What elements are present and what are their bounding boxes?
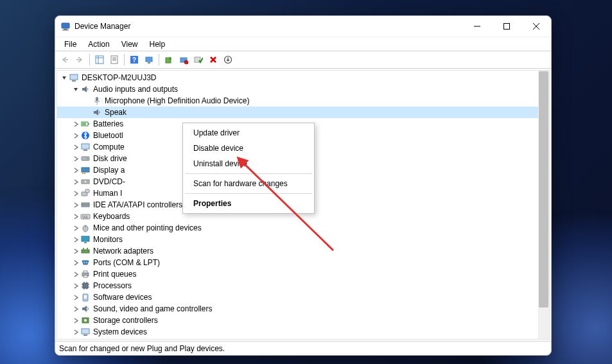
- uninstall-device-toolbar-button[interactable]: [206, 53, 220, 67]
- tree-node-monitors[interactable]: Monitors: [57, 234, 549, 245]
- chevron-right-icon[interactable]: [71, 214, 80, 220]
- svg-rect-37: [82, 157, 89, 160]
- software-icon: [80, 292, 91, 302]
- statusbar-text: Scan for changed or new Plug and Play de…: [59, 344, 225, 353]
- menu-help[interactable]: Help: [144, 39, 171, 50]
- context-menu: Update driver Disable device Uninstall d…: [182, 123, 315, 214]
- svg-point-60: [83, 262, 85, 263]
- tree-node-processors[interactable]: Processors: [57, 280, 549, 291]
- scan-hardware-toolbar-button[interactable]: [142, 53, 156, 67]
- tree-label: Network adapters: [93, 247, 153, 256]
- tree-label: Monitors: [93, 235, 123, 244]
- svg-rect-49: [82, 216, 83, 217]
- svg-rect-0: [62, 23, 69, 28]
- svg-rect-2: [62, 30, 69, 31]
- tree-node-storage[interactable]: Storage controllers: [57, 315, 549, 326]
- forward-button[interactable]: [73, 53, 87, 67]
- printer-icon: [80, 269, 91, 279]
- tree-label: Human I: [93, 189, 122, 198]
- chevron-right-icon[interactable]: [71, 225, 80, 231]
- tree-node-mice[interactable]: Mice and other pointing devices: [57, 222, 549, 234]
- update-driver-toolbar-button[interactable]: [162, 53, 176, 67]
- chevron-right-icon[interactable]: [71, 318, 80, 324]
- context-menu-disable-device[interactable]: Disable device: [184, 141, 313, 156]
- svg-text:?: ?: [132, 56, 136, 64]
- svg-rect-63: [83, 271, 87, 273]
- tree-label: Disk drive: [93, 154, 127, 163]
- svg-rect-65: [83, 283, 88, 288]
- menu-view[interactable]: View: [116, 39, 143, 50]
- tree-node-system[interactable]: System devices: [57, 326, 549, 338]
- install-legacy-toolbar-button[interactable]: [221, 53, 235, 67]
- menu-action[interactable]: Action: [83, 39, 114, 50]
- chevron-down-icon[interactable]: [71, 87, 80, 92]
- chevron-down-icon[interactable]: [60, 75, 69, 81]
- svg-rect-29: [96, 97, 98, 101]
- context-menu-scan-hardware[interactable]: Scan for hardware changes: [184, 176, 313, 191]
- tree-root[interactable]: DESKTOP-M2UUJ3D: [57, 72, 549, 83]
- chevron-right-icon[interactable]: [71, 260, 80, 266]
- maximize-button[interactable]: [492, 16, 521, 37]
- tree-node-sound[interactable]: Sound, video and game controllers: [57, 303, 549, 315]
- ide-icon: [80, 200, 91, 210]
- chevron-right-icon[interactable]: [71, 202, 80, 208]
- properties-toolbar-button[interactable]: [107, 53, 121, 67]
- enable-device-toolbar-button[interactable]: [191, 53, 205, 67]
- tree-node-network[interactable]: Network adapters: [57, 245, 549, 257]
- tree-label: Processors: [93, 281, 132, 290]
- battery-icon: [80, 119, 91, 129]
- menubar: File Action View Help: [55, 37, 551, 51]
- cpu-icon: [80, 281, 91, 291]
- bluetooth-icon: [80, 130, 91, 141]
- svg-rect-32: [88, 123, 89, 125]
- chevron-right-icon[interactable]: [71, 191, 80, 196]
- sound-icon: [80, 304, 91, 314]
- svg-rect-39: [82, 168, 89, 172]
- chevron-right-icon[interactable]: [71, 295, 80, 300]
- chevron-right-icon[interactable]: [71, 283, 80, 289]
- scrollbar[interactable]: [538, 71, 549, 339]
- context-menu-properties[interactable]: Properties: [184, 196, 313, 211]
- show-hide-tree-button[interactable]: [92, 53, 107, 67]
- chevron-right-icon[interactable]: [71, 272, 80, 277]
- svg-rect-57: [82, 250, 89, 253]
- menu-file[interactable]: File: [59, 39, 82, 50]
- chevron-right-icon[interactable]: [71, 168, 80, 173]
- tree-node-microphone[interactable]: Microphone (High Definition Audio Device…: [57, 95, 549, 107]
- context-menu-update-driver[interactable]: Update driver: [184, 125, 313, 141]
- chevron-right-icon[interactable]: [71, 144, 80, 150]
- svg-rect-45: [85, 189, 89, 193]
- minimize-button[interactable]: [462, 16, 492, 37]
- svg-rect-18: [146, 57, 152, 62]
- svg-rect-50: [84, 216, 85, 217]
- help-toolbar-button[interactable]: ?: [127, 53, 141, 67]
- computer-icon: [80, 142, 91, 152]
- disable-device-toolbar-button[interactable]: [177, 53, 191, 67]
- tree-label: Audio inputs and outputs: [93, 85, 178, 94]
- chevron-right-icon[interactable]: [71, 306, 80, 312]
- tree-node-software[interactable]: Software devices: [57, 291, 549, 303]
- chevron-right-icon[interactable]: [71, 237, 80, 243]
- chevron-right-icon[interactable]: [71, 329, 80, 335]
- tree-node-printq[interactable]: Print queues: [57, 268, 549, 280]
- chevron-right-icon[interactable]: [71, 156, 80, 162]
- chevron-right-icon[interactable]: [71, 248, 80, 254]
- tree-node-speakers[interactable]: Speak: [57, 107, 549, 118]
- back-button[interactable]: [58, 53, 72, 67]
- scrollbar-thumb[interactable]: [539, 71, 548, 308]
- chevron-right-icon[interactable]: [71, 133, 80, 139]
- close-button[interactable]: [521, 16, 551, 37]
- chevron-right-icon[interactable]: [71, 179, 80, 185]
- context-menu-uninstall-device[interactable]: Uninstall device: [184, 156, 313, 171]
- mouse-icon: [80, 223, 91, 233]
- svg-rect-1: [64, 29, 67, 30]
- tree-node-audio[interactable]: Audio inputs and outputs: [57, 83, 549, 95]
- svg-rect-27: [70, 74, 78, 80]
- tree-node-ports[interactable]: Ports (COM & LPT): [57, 257, 549, 268]
- svg-rect-52: [83, 218, 88, 218]
- context-menu-separator: [185, 173, 312, 174]
- titlebar: Device Manager: [55, 16, 551, 37]
- window-title: Device Manager: [74, 22, 462, 31]
- toolbar: ?: [55, 51, 551, 69]
- chevron-right-icon[interactable]: [71, 121, 80, 127]
